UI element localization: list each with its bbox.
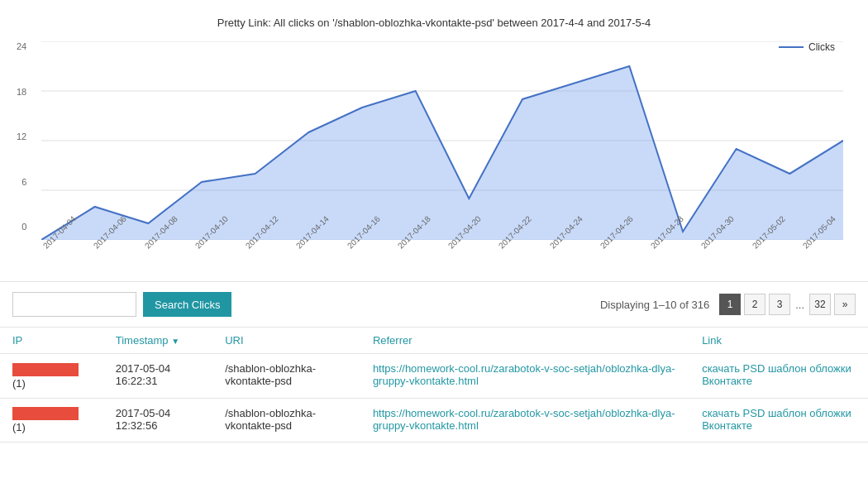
timestamp-cell: 2017-05-04 12:32:56 [103,398,212,443]
page-32-button[interactable]: 32 [809,294,831,315]
ip-count: (1) [12,421,26,433]
search-area: Search Clicks [12,292,231,317]
clicks-table: IP Timestamp ▼ URI Referrer Link (1)2017… [0,328,868,443]
ip-cell: (1) [0,398,103,443]
x-axis: 2017-04-042017-04-062017-04-082017-04-10… [41,240,843,273]
table-row: (1)2017-05-04 12:32:56/shablon-oblozhka-… [0,398,868,443]
col-timestamp[interactable]: Timestamp ▼ [103,328,212,354]
search-input[interactable] [12,292,136,317]
col-ip: IP [0,328,103,354]
y-axis-label: 6 [21,177,26,187]
chart-title: Pretty Link: All clicks on '/shablon-obl… [17,17,851,29]
page-3-button[interactable]: 3 [769,294,790,315]
ip-bar [12,363,79,376]
referrer-link[interactable]: https://homework-cool.ru/zarabotok-v-soc… [373,407,675,432]
page-next-button[interactable]: » [834,294,856,315]
table-header-row: IP Timestamp ▼ URI Referrer Link [0,328,868,354]
pagination-ellipsis: ... [794,299,806,311]
legend-line-icon [779,46,804,48]
col-uri: URI [212,328,360,354]
controls-bar: Search Clicks Displaying 1–10 of 316 1 2… [0,282,868,328]
link-text[interactable]: скачать PSD шаблон обложки Вконтакте [702,362,851,387]
timestamp-cell: 2017-05-04 16:22:31 [103,354,212,399]
chart-container: Pretty Link: All clicks on '/shablon-obl… [0,0,868,282]
uri-cell: /shablon-oblozhka-vkontakte-psd [212,354,360,399]
y-axis-label: 0 [21,222,26,232]
referrer-link[interactable]: https://homework-cool.ru/zarabotok-v-soc… [373,362,675,387]
col-referrer: Referrer [360,328,689,354]
table-row: (1)2017-05-04 16:22:31/shablon-oblozhka-… [0,354,868,399]
pagination-info: Displaying 1–10 of 316 [600,299,709,311]
link-text[interactable]: скачать PSD шаблон обложки Вконтакте [702,407,851,432]
chart-area: 24181260 Clicks 2017-04-042017-04-062017… [41,41,843,273]
page-2-button[interactable]: 2 [744,294,765,315]
legend-label: Clicks [808,41,835,53]
chart-legend: Clicks [779,41,835,53]
ip-count: (1) [12,377,26,390]
pagination-area: Displaying 1–10 of 316 1 2 3 ... 32 » [600,294,856,315]
y-axis-label: 18 [17,87,26,97]
uri-cell: /shablon-oblozhka-vkontakte-psd [212,398,360,443]
page-1-button[interactable]: 1 [719,294,741,315]
y-axis-label: 24 [17,41,26,51]
ip-bar [12,407,79,420]
chart-svg [41,41,843,240]
search-clicks-button[interactable]: Search Clicks [143,292,231,317]
y-axis-label: 12 [17,132,26,141]
y-axis: 24181260 [17,41,26,232]
col-link: Link [689,328,868,354]
sort-icon: ▼ [171,337,179,346]
ip-cell: (1) [0,354,103,399]
